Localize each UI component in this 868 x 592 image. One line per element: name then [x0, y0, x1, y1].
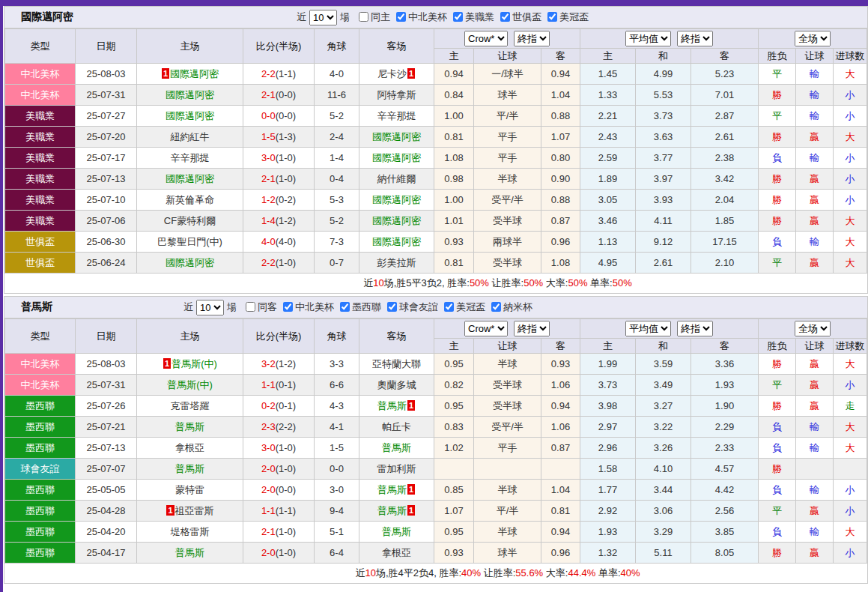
corner-score-cell: 0-7	[315, 253, 359, 274]
euro-odds-time-select[interactable]: 終指	[677, 31, 713, 46]
away-team-cell: 國際邁阿密	[359, 190, 434, 211]
halftime-score: (1-0)	[276, 526, 296, 537]
filter-checkbox-item: 美冠盃	[439, 300, 486, 314]
match-type-cell: 中北美杯	[5, 85, 76, 106]
col-header-date: 日期	[76, 319, 137, 354]
away-team-cell: 奧蘭多城	[359, 375, 434, 396]
score-cell: 2-1(0-0)	[243, 85, 315, 106]
table-row: 墨西聯25-07-13拿根亞3-0(1-0)1-5普馬斯1.02平手0.872.…	[5, 438, 867, 459]
home-team-cell: 普馬斯(中)	[137, 375, 243, 396]
games-count-select[interactable]: 10	[309, 10, 337, 25]
team-name: 帕丘卡	[382, 421, 411, 432]
handicap-line-cell: 平手	[474, 148, 541, 169]
filter-checkbox[interactable]	[500, 12, 510, 22]
asian-odds-source-select[interactable]: Crow*	[464, 321, 508, 336]
filter-checkbox[interactable]	[387, 302, 397, 312]
filter-checkbox-label: 美冠盃	[559, 10, 589, 24]
match-date-cell: 25-08-03	[76, 354, 137, 375]
euro-draw-odds-cell: 3.49	[636, 375, 691, 396]
filter-checkbox[interactable]	[491, 302, 501, 312]
team-name: 普馬斯(中)	[172, 358, 217, 369]
match-date-cell: 25-04-20	[76, 522, 137, 543]
score-cell: 3-0(1-0)	[243, 438, 315, 459]
euro-away-odds-cell: 1.90	[691, 396, 759, 417]
match-scope-select[interactable]: 全场	[795, 321, 831, 336]
euro-home-odds-cell: 1.45	[580, 64, 636, 85]
result-handicap-cell: 贏	[796, 354, 834, 375]
col-header-handicap-result: 让球	[796, 49, 834, 64]
result-goals-cell: 大	[834, 522, 867, 543]
asian-away-odds-cell: 1.07	[541, 127, 580, 148]
filter-checkbox[interactable]	[283, 302, 293, 312]
home-team-cell: 堤格雷斯	[137, 522, 243, 543]
asian-odds-time-select[interactable]: 終指	[514, 321, 550, 336]
handicap-line-cell: 半球	[474, 522, 541, 543]
team-name: CF蒙特利爾	[164, 215, 216, 226]
team-name: 蒙特雷	[175, 484, 204, 495]
euro-odds-source-select[interactable]: 平均值	[625, 31, 671, 46]
fulltime-score: 1-1	[261, 505, 276, 516]
team-name: 堤格雷斯	[171, 526, 210, 537]
filter-checkbox[interactable]	[453, 12, 463, 22]
away-team-cell: 阿特拿斯	[359, 85, 434, 106]
col-header-outcome: 胜负	[759, 49, 796, 64]
table-row: 美職業25-07-06CF蒙特利爾1-4(1-2)5-2國際邁阿密1.01受半球…	[5, 211, 867, 232]
result-handicap-cell: 輸	[796, 232, 834, 253]
team-name: 國際邁阿密	[170, 68, 219, 79]
match-type-cell: 墨西聯	[5, 417, 76, 438]
halftime-score: (1-2)	[276, 358, 296, 369]
result-handicap-cell: 贏	[796, 169, 834, 190]
euro-home-odds-cell: 3.46	[580, 211, 636, 232]
summary-text-segment: 10	[365, 567, 375, 579]
euro-draw-odds-cell: 9.12	[636, 232, 691, 253]
filter-checkbox[interactable]	[444, 302, 454, 312]
euro-away-odds-cell: 2.33	[691, 438, 759, 459]
table-row: 墨西聯25-07-21普馬斯2-3(2-2)4-1帕丘卡0.83受平/半1.06…	[5, 417, 867, 438]
match-history-table: 类型 日期 主场 比分(半场) 角球 客场 Crow*終指 平均值終指 全场	[4, 318, 867, 564]
team-name: 普馬斯	[175, 547, 204, 558]
filter-checkbox[interactable]	[547, 12, 557, 22]
near-label: 近	[297, 10, 306, 24]
team-name: 彭美拉斯	[377, 257, 416, 268]
result-outcome-cell: 勝	[759, 85, 796, 106]
result-outcome-cell: 勝	[759, 543, 796, 564]
halftime-score: (1-1)	[276, 68, 296, 79]
team-name: 國際邁阿密	[372, 131, 421, 142]
away-team-cell: 普馬斯1	[359, 396, 434, 417]
home-team-cell: 國際邁阿密	[137, 106, 243, 127]
team-name: 祖亞雷斯	[175, 505, 214, 516]
fulltime-score: 2-1	[261, 89, 276, 100]
asian-odds-time-select[interactable]: 終指	[514, 31, 550, 46]
col-header-asian-home: 主	[434, 339, 474, 354]
match-type-cell: 世俱盃	[5, 232, 76, 253]
asian-home-odds-cell: 0.95	[434, 354, 474, 375]
handicap-line-cell: 受半球	[474, 396, 541, 417]
asian-home-odds-cell	[434, 459, 474, 480]
away-team-cell: 彭美拉斯	[359, 253, 434, 274]
asian-odds-source-select[interactable]: Crow*	[464, 31, 508, 46]
filter-checkbox-label: 美職業	[465, 10, 494, 24]
filter-checkbox[interactable]	[340, 302, 350, 312]
result-outcome-cell: 勝	[759, 396, 796, 417]
col-header-euro-away: 客	[691, 49, 759, 64]
asian-away-odds-cell: 0.80	[541, 148, 580, 169]
score-cell: 2-0(1-0)	[243, 543, 315, 564]
asian-away-odds-cell: 1.04	[541, 85, 580, 106]
table-row: 墨西聯25-07-26克雷塔羅0-2(0-1)4-3普馬斯10.95受半球0.9…	[5, 396, 867, 417]
rank-badge: 1	[407, 484, 415, 495]
filter-checkbox[interactable]	[359, 12, 368, 22]
euro-odds-source-select[interactable]: 平均值	[625, 321, 671, 336]
summary-text-segment: 近	[363, 277, 373, 289]
home-team-cell: 1國際邁阿密	[137, 64, 243, 85]
match-scope-select[interactable]: 全场	[795, 31, 831, 46]
filter-checkbox[interactable]	[246, 302, 255, 312]
euro-odds-time-select[interactable]: 終指	[677, 321, 713, 336]
result-goals-cell: 小	[834, 375, 867, 396]
score-cell: 1-1(1-1)	[243, 501, 315, 522]
halftime-score: (1-0)	[276, 463, 296, 474]
filter-checkbox[interactable]	[396, 12, 406, 22]
fulltime-score: 3-2	[261, 358, 276, 369]
result-handicap-cell	[796, 459, 834, 480]
match-date-cell: 25-04-17	[76, 543, 137, 564]
games-count-select[interactable]: 10	[196, 300, 224, 315]
